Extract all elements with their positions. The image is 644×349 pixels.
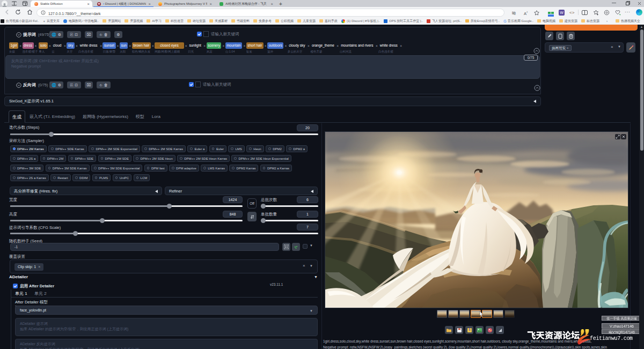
svg-text:feitianwu7.com: feitianwu7.com <box>590 336 633 341</box>
